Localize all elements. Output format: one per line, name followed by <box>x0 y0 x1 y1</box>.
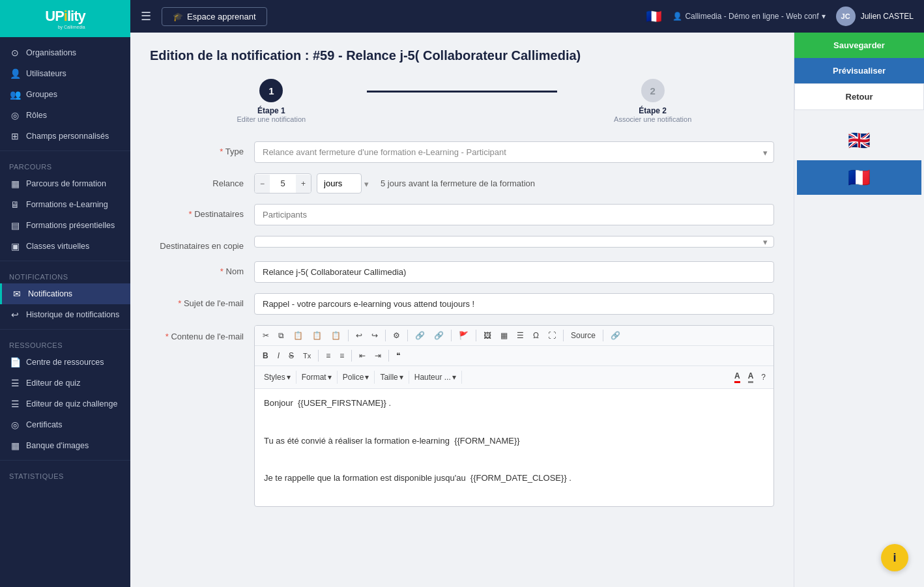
sidebar-item-groupes[interactable]: 👥 Groupes <box>0 84 130 105</box>
avatar: JC <box>836 7 856 26</box>
step-1-circle: 1 <box>259 79 283 102</box>
embed-link-button[interactable]: 🔗 <box>607 328 624 343</box>
relance-label: Relance <box>150 173 254 188</box>
cut-button[interactable]: ✂ <box>259 328 273 343</box>
flag-fr-icon: 🇫🇷 <box>848 167 871 188</box>
special-char-button[interactable]: Ω <box>529 328 543 343</box>
sidebar-item-label: Classes virtuelles <box>26 242 89 251</box>
info-button[interactable]: i <box>881 544 908 571</box>
ul-button[interactable]: ≡ <box>336 349 348 363</box>
section-label-ressources: Ressources <box>0 334 130 352</box>
font-color-button[interactable]: A <box>730 369 744 386</box>
taille-label: Taille <box>380 373 397 382</box>
editor-line-1: Bonjour {{USER_FIRSTNAME}} . <box>264 397 764 410</box>
back-button[interactable]: Retour <box>794 83 924 110</box>
indent-button[interactable]: ⇥ <box>371 349 385 363</box>
paste-button[interactable]: 📋 <box>289 328 307 343</box>
paste-word-button[interactable]: 📋 <box>327 328 345 343</box>
strikethrough-button[interactable]: S <box>285 349 298 363</box>
help-button[interactable]: ? <box>757 370 770 384</box>
sidebar-item-centre-ressources[interactable]: 📄 Centre de ressources <box>0 352 130 373</box>
step-2-circle: 2 <box>641 79 665 102</box>
unlink-button[interactable]: 🔗 <box>430 328 448 343</box>
sidebar-item-utilisateurs[interactable]: 👤 Utilisateurs <box>0 63 130 84</box>
remove-format-button[interactable]: Tx <box>299 349 315 362</box>
sidebar-item-label: Banque d'images <box>26 441 89 450</box>
styles-arrow: ▾ <box>287 373 291 382</box>
sidebar-item-champs-perso[interactable]: ⊞ Champs personnalisés <box>0 126 130 147</box>
find-button[interactable]: ⚙ <box>389 328 404 343</box>
copie-select[interactable] <box>254 236 774 248</box>
italic-button[interactable]: I <box>274 349 283 363</box>
sidebar-item-editeur-quiz[interactable]: ☰ Editeur de quiz <box>0 373 130 394</box>
sidebar-item-historique[interactable]: ↩ Historique de notifications <box>0 304 130 325</box>
nom-input[interactable] <box>254 261 774 283</box>
type-control: Relance avant fermeture d'une formation … <box>254 141 774 163</box>
toolbar-sep-5 <box>476 330 476 341</box>
destinataires-input[interactable] <box>254 204 774 225</box>
groups-icon: 👥 <box>9 89 21 100</box>
fullscreen-button[interactable]: ⛶ <box>544 328 560 343</box>
copy-button[interactable]: ⧉ <box>274 328 288 343</box>
sidebar-item-formations-pres[interactable]: ▤ Formations présentielles <box>0 215 130 236</box>
sidebar-item-roles[interactable]: ◎ Rôles <box>0 105 130 126</box>
paste-text-button[interactable]: 📋 <box>308 328 326 343</box>
bold-button[interactable]: B <box>259 349 272 363</box>
editor-toolbar-row1: ✂ ⧉ 📋 📋 📋 ↩ ↪ ⚙ 🔗 🔗 <box>255 326 773 346</box>
styles-dropdown[interactable]: Styles ▾ <box>259 371 296 384</box>
relance-decrement-button[interactable]: − <box>255 175 270 193</box>
sidebar-item-organisations[interactable]: ⊙ Organisations <box>0 42 130 63</box>
sidebar-item-classes-virtuelles[interactable]: ▣ Classes virtuelles <box>0 236 130 257</box>
format-dropdown[interactable]: Format ▾ <box>296 371 338 384</box>
sidebar-item-notifications[interactable]: ✉ Notifications <box>0 283 130 304</box>
preview-button[interactable]: Prévisualiser <box>794 58 924 83</box>
relance-row: − 5 + jours 5 jours avant la fermeture d… <box>254 173 774 193</box>
table-button[interactable]: ▦ <box>497 328 512 343</box>
sidebar-item-label: Groupes <box>26 90 57 99</box>
sidebar-item-formations-elearning[interactable]: 🖥 Formations e-Learning <box>0 194 130 215</box>
undo-button[interactable]: ↩ <box>352 328 366 343</box>
nom-control <box>254 261 774 283</box>
outdent-button[interactable]: ⇤ <box>355 349 369 363</box>
user-name: Julien CASTEL <box>861 12 914 21</box>
lang-en-button[interactable]: 🇬🇧 <box>797 123 921 158</box>
list-button[interactable]: ☰ <box>513 328 528 343</box>
lang-fr-button[interactable]: 🇫🇷 <box>797 160 921 195</box>
anchor-button[interactable]: 🚩 <box>455 328 472 343</box>
sidebar-item-banque-images[interactable]: ▦ Banque d'images <box>0 435 130 456</box>
espace-apprenant-button[interactable]: 🎓 Espace apprenant <box>162 7 267 26</box>
sidebar-item-editeur-quiz-challenge[interactable]: ☰ Editeur de quiz challenge <box>0 394 130 414</box>
police-arrow: ▾ <box>365 373 369 382</box>
relance-unit-wrapper: jours <box>317 173 375 193</box>
editor-body[interactable]: Bonjour {{USER_FIRSTNAME}} . Tu as été c… <box>255 389 773 506</box>
type-select[interactable]: Relance avant fermeture d'une formation … <box>254 141 774 163</box>
logo-byline: by Callimedia <box>45 25 85 29</box>
sidebar-item-label: Centre de ressources <box>26 358 104 367</box>
sidebar-item-parcours-formation[interactable]: ▦ Parcours de formation <box>0 173 130 194</box>
bg-color-button[interactable]: A <box>744 369 758 386</box>
sujet-label: * Sujet de l'e-mail <box>150 293 254 308</box>
relance-unit-select[interactable]: jours <box>317 173 362 193</box>
relance-increment-button[interactable]: + <box>296 175 311 193</box>
main-wrapper: ☰ 🎓 Espace apprenant 🇫🇷 👤 Callimedia - D… <box>130 0 924 587</box>
redo-button[interactable]: ↪ <box>368 328 382 343</box>
lang-flag[interactable]: 🇫🇷 <box>646 8 662 24</box>
history-icon: ↩ <box>9 309 21 320</box>
toolbar-sep-8 <box>318 350 319 362</box>
sidebar-item-label: Utilisateurs <box>26 69 66 78</box>
hamburger-icon[interactable]: ☰ <box>141 9 151 23</box>
step-2-sublabel: Associer une notification <box>614 115 691 123</box>
image-button[interactable]: 🖼 <box>480 328 495 343</box>
ol-button[interactable]: ≡ <box>322 349 334 363</box>
source-button[interactable]: Source <box>567 328 599 343</box>
taille-dropdown[interactable]: Taille ▾ <box>375 371 409 384</box>
blockquote-button[interactable]: ❝ <box>392 349 404 363</box>
police-dropdown[interactable]: Police ▾ <box>338 371 375 384</box>
save-button[interactable]: Sauvegarder <box>794 33 924 58</box>
hauteur-label: Hauteur ... <box>414 373 451 382</box>
sujet-input[interactable] <box>254 293 774 315</box>
sidebar-item-certificats[interactable]: ◎ Certificats <box>0 414 130 435</box>
step-2: 2 Étape 2 Associer une notification <box>557 79 748 123</box>
link-button[interactable]: 🔗 <box>411 328 429 343</box>
hauteur-dropdown[interactable]: Hauteur ... ▾ <box>409 371 462 384</box>
